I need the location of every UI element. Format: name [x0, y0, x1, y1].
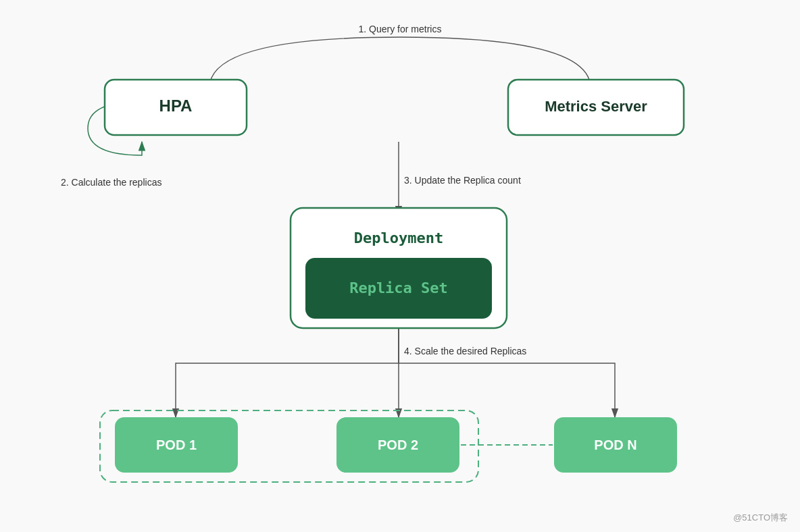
deployment-label: Deployment — [354, 230, 443, 246]
metrics-server-label: Metrics Server — [545, 98, 647, 115]
hpa-label: HPA — [159, 97, 193, 115]
diagram-svg: 1. Query for metrics 2. Calculate the re… — [0, 0, 800, 532]
step2-label: 2. Calculate the replicas — [61, 177, 161, 188]
replica-set-label: Replica Set — [349, 280, 448, 296]
pod1-label: POD 1 — [156, 437, 197, 452]
podn-label: POD N — [594, 437, 636, 452]
pod2-label: POD 2 — [378, 437, 418, 452]
diagram-container: 1. Query for metrics 2. Calculate the re… — [0, 0, 800, 532]
step1-label: 1. Query for metrics — [359, 24, 442, 34]
step4-label: 4. Scale the desired Replicas — [404, 346, 526, 356]
step3-label: 3. Update the Replica count — [404, 175, 521, 186]
watermark: @51CTO博客 — [733, 512, 788, 524]
